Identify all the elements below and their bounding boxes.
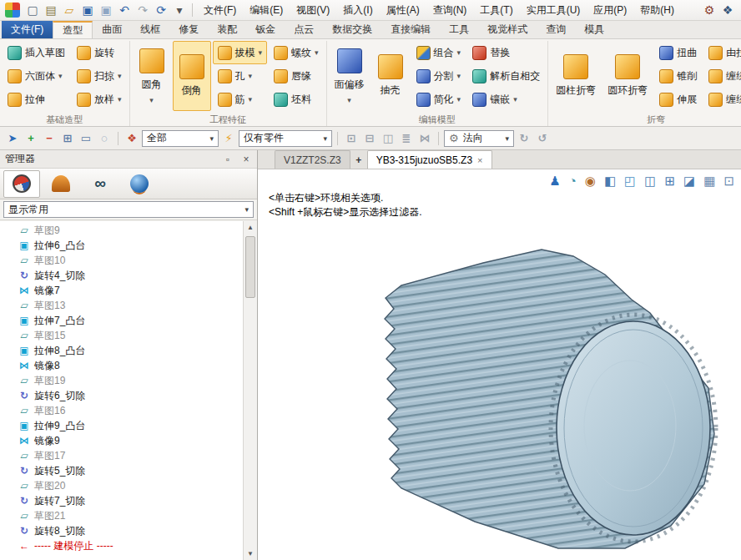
tree-item[interactable]: ▱ 草图10 [0,253,244,268]
regen-icon[interactable]: ⟳ [153,2,169,18]
viewport-layout-icon[interactable]: ◫ [644,174,656,189]
taper-button[interactable]: 锥削 ▾ [654,64,702,88]
template-icon[interactable]: ▤ [43,2,59,18]
resolve-self-intersection-button[interactable]: 解析自相交 ▾ [467,64,545,88]
scope-filter-dropdown[interactable]: 仅有零件 ▾ [239,130,332,147]
ribbon-tab-data-exchange[interactable]: 数据交换 [323,21,381,38]
ribbon-tab-shape[interactable]: 造型 [53,21,93,38]
close-tab-icon[interactable]: × [477,155,482,165]
scrollbar-thumb[interactable] [245,236,255,298]
grid-icon[interactable]: ⊞ [664,174,675,189]
menu-item-file[interactable]: 文件(F) [197,0,243,20]
hole-button[interactable]: 孔 ▾ [213,64,268,88]
ribbon-tab-tools[interactable]: 工具 [440,21,478,38]
tree-item[interactable]: ▱ 草图13 [0,298,244,313]
align-plane-icon[interactable]: ◧ [604,174,616,189]
ribbon-tab-wireframe[interactable]: 线框 [131,21,169,38]
draft-button[interactable]: 拔模 ▾ [213,41,268,64]
open-icon[interactable]: ▱ [61,2,78,18]
new-tab-button[interactable]: + [352,151,365,169]
viewport-3d[interactable]: ♟◔◉◧◰◫⊞◪▦⊡ <单击右键>环境相关选项. <Shift +鼠标右键>显示… [258,169,741,560]
tree-item[interactable]: ⋈ 镜像7 [0,283,244,298]
tree-item[interactable]: ▱ 草图17 [0,448,244,463]
snap-face-icon[interactable]: ⊟ [361,130,378,147]
face-offset-button[interactable]: 面偏移 ▾ [330,41,370,111]
inlay-button[interactable]: 镶嵌 ▾ [467,88,545,111]
tree-item[interactable]: ▱ 草图21 [0,508,244,523]
scroll-up-icon[interactable]: ▲ [244,221,257,234]
save-icon[interactable]: ▣ [79,2,96,18]
torus-bend-button[interactable]: 圆环折弯 ▾ [602,41,653,111]
menu-item-insert[interactable]: 插入(I) [336,0,379,20]
ribbon-tab-surface[interactable]: 曲面 [93,21,131,38]
tree-item[interactable]: ↻ 旋转7_切除 [0,493,244,508]
smart-pick-icon[interactable]: ⚡ [220,130,237,147]
tree-item[interactable]: ▱ 草图15 [0,328,244,343]
tree-item[interactable]: ▱ 草图19 [0,373,244,388]
menu-item-inquire[interactable]: 查询(N) [426,0,474,20]
tree-item[interactable]: ↻ 旋转4_切除 [0,268,244,283]
lip-button[interactable]: 唇缘 ▾ [269,64,324,88]
tree-item[interactable]: ▣ 拉伸8_凸台 [0,343,244,358]
model-3d[interactable] [350,238,733,555]
bend-by-extrude-button[interactable]: 由拉伸 ▾ [703,41,741,64]
undo-icon[interactable]: ↶ [116,2,133,18]
history-manager-tab[interactable] [3,170,40,198]
ribbon-tab-direct-edit[interactable]: 直接编辑 [381,21,440,38]
rib-button[interactable]: 筋 ▾ [213,88,268,111]
ribbon-tab-point-cloud[interactable]: 点云 [285,21,323,38]
stock-button[interactable]: 坯料 ▾ [269,88,324,111]
polygon-pick-icon[interactable]: ◌ [96,130,113,147]
display-filter-dropdown[interactable]: 显示常用 ▾ [3,201,254,218]
loft-button[interactable]: 放样 ▾ [72,88,127,111]
snap-list-icon[interactable]: ≣ [398,130,415,147]
ribbon-tab-assembly[interactable]: 装配 [208,21,246,38]
remove-from-selection-icon[interactable]: − [41,130,58,147]
ribbon-tab-file[interactable]: 文件(F) [2,21,53,38]
simplify-button[interactable]: 简化 ▾ [411,88,466,111]
tree-item[interactable]: ▣ 拉伸6_凸台 [0,238,244,253]
normal-mode-dropdown[interactable]: ⚙ 法向 ▾ [444,130,514,147]
thread-button[interactable]: 螺纹 ▾ [269,41,324,64]
menu-item-edit[interactable]: 编辑(E) [243,0,290,20]
sweep-button[interactable]: 扫掠 ▾ [72,64,127,88]
maximize-viewport-icon[interactable]: ⊡ [723,174,734,189]
snap-pair-icon[interactable]: ⋈ [416,130,433,147]
new-file-icon[interactable]: ▢ [24,2,41,18]
add-to-selection-icon[interactable]: + [23,130,39,147]
walkthrough-icon[interactable]: ♟ [549,174,560,189]
tree-item[interactable]: ▣ 拉伸9_凸台 [0,418,244,433]
document-tab[interactable]: V1ZZT2S.Z3 [275,150,350,169]
float-panel-icon[interactable]: ▫ [222,154,234,165]
snap-edge-icon[interactable]: ◫ [380,130,396,147]
window-pick-icon[interactable]: ▭ [78,130,94,147]
tree-item[interactable]: ▱ 草图16 [0,403,244,418]
tree-item[interactable]: ▱ 草图9 [0,223,244,238]
shell-button[interactable]: 抽壳 ▾ [371,41,410,111]
combine-button[interactable]: 组合 ▾ [411,41,466,64]
menu-item-tools[interactable]: 工具(T) [473,0,519,20]
menu-item-utilities[interactable]: 实用工具(U) [520,0,587,20]
tree-scrollbar[interactable]: ▲ ▼ [243,221,257,560]
background-icon[interactable]: ▦ [703,174,715,189]
section-view-icon[interactable]: ◪ [683,174,695,189]
tree-item[interactable]: ⋈ 镜像9 [0,433,244,448]
ribbon-tab-sheet-metal[interactable]: 钣金 [246,21,285,38]
entity-filter-dropdown[interactable]: 全部 ▾ [142,130,219,147]
rotate-ccw-icon[interactable]: ↺ [534,130,551,147]
menu-item-attributes[interactable]: 属性(A) [380,0,426,20]
menu-item-help[interactable]: 帮助(H) [633,0,681,20]
twist-button[interactable]: 扭曲 ▾ [654,41,702,64]
close-panel-icon[interactable]: × [240,154,252,165]
pick-box-icon[interactable]: ⊞ [59,130,76,147]
tree-item[interactable]: ← ----- 建模停止 ----- [0,538,244,553]
view-cube-icon[interactable]: ◰ [624,174,636,189]
save-all-icon[interactable]: ▣ [98,2,114,18]
wrap-to-curve-button[interactable]: 缠绕 ▾ [703,88,741,111]
menu-item-applications[interactable]: 应用(P) [587,0,633,20]
split-button[interactable]: 分割 ▾ [411,64,466,88]
assembly-manager-tab[interactable] [43,170,79,198]
resources-icon[interactable]: ❖ [719,2,736,18]
rotate-cw-icon[interactable]: ↻ [516,130,532,147]
insert-sketch-button[interactable]: 插入草图 ▾ [3,41,70,64]
